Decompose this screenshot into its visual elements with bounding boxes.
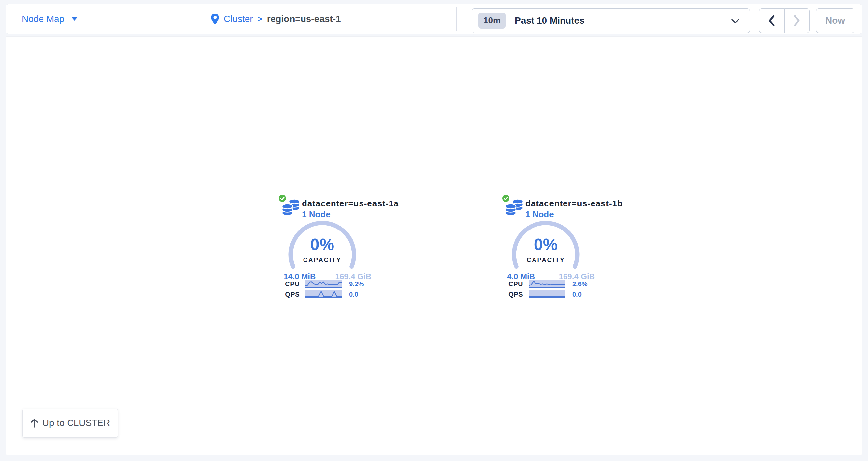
metric-value: 9.2% — [349, 280, 364, 288]
arrow-up-icon — [30, 419, 38, 428]
capacity-percent: 0% — [534, 236, 558, 254]
breadcrumb-separator: > — [258, 14, 262, 24]
now-button[interactable]: Now — [816, 8, 855, 33]
database-stack-icon — [504, 197, 525, 218]
location-pin-icon — [211, 13, 219, 24]
metric-label: CPU — [263, 280, 300, 288]
qps-sparkline — [529, 290, 565, 298]
datacenter-title: datacenter=us-east-1a — [302, 199, 399, 208]
metric-label: CPU — [487, 280, 523, 288]
time-range-dropdown[interactable]: 10m Past 10 Minutes — [471, 8, 750, 33]
node-count-link: 1 Node — [302, 209, 399, 219]
metric-label: QPS — [263, 291, 300, 298]
capacity-label: CAPACITY — [527, 257, 565, 264]
metric-value: 0.0 — [349, 291, 358, 298]
capacity-label: CAPACITY — [303, 257, 342, 264]
cpu-sparkline — [529, 280, 565, 288]
time-forward-button[interactable] — [784, 8, 810, 33]
view-selector-dropdown[interactable]: Node Map — [22, 4, 78, 34]
metric-row-cpu: CPU 2.6% — [487, 280, 588, 288]
time-range-badge: 10m — [478, 12, 505, 29]
view-selector-label: Node Map — [22, 14, 64, 24]
time-back-button[interactable] — [759, 8, 785, 33]
chevron-down-icon — [731, 19, 739, 24]
database-stack-icon — [280, 197, 302, 218]
time-range-label: Past 10 Minutes — [515, 15, 585, 26]
cpu-sparkline — [305, 280, 342, 288]
metric-value: 2.6% — [572, 280, 588, 288]
metric-row-cpu: CPU 9.2% — [263, 280, 364, 288]
chevron-right-icon — [793, 15, 801, 27]
node-count-link: 1 Node — [525, 209, 623, 219]
time-nav-arrows — [759, 8, 810, 33]
node-map-canvas: datacenter=us-east-1a 1 Node 0% CAPACITY… — [6, 36, 862, 455]
qps-sparkline — [305, 290, 342, 298]
datacenter-header: datacenter=us-east-1b 1 Node — [525, 199, 623, 219]
datacenter-group[interactable]: datacenter=us-east-1a 1 Node 0% CAPACITY… — [263, 193, 382, 305]
breadcrumb-current: region=us-east-1 — [267, 14, 341, 24]
capacity-percent: 0% — [310, 236, 334, 254]
datacenter-group[interactable]: datacenter=us-east-1b 1 Node 0% CAPACITY… — [487, 193, 606, 305]
breadcrumb: Cluster > region=us-east-1 — [211, 4, 341, 34]
datacenter-title: datacenter=us-east-1b — [525, 199, 623, 208]
metric-row-qps: QPS 0.0 — [263, 290, 358, 298]
up-to-cluster-button[interactable]: Up to CLUSTER — [23, 409, 118, 438]
top-bar: Node Map Cluster > region=us-east-1 10m … — [6, 4, 862, 34]
caret-down-icon — [71, 17, 78, 21]
metric-row-qps: QPS 0.0 — [487, 290, 582, 298]
chevron-left-icon — [768, 15, 775, 27]
metric-label: QPS — [487, 291, 523, 298]
metric-value: 0.0 — [572, 291, 582, 298]
breadcrumb-cluster-link[interactable]: Cluster — [224, 14, 253, 24]
datacenter-header: datacenter=us-east-1a 1 Node — [302, 199, 399, 219]
up-to-cluster-label: Up to CLUSTER — [42, 418, 110, 428]
